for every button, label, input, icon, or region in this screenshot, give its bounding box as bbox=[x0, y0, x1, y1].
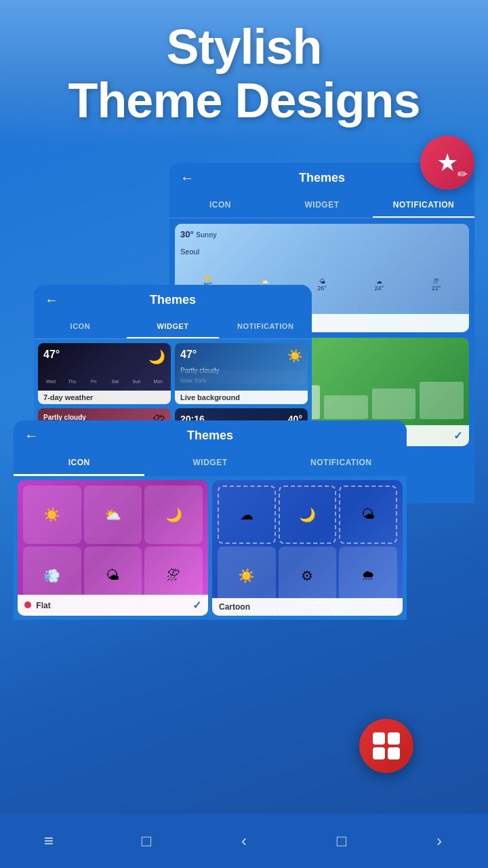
fab-button[interactable] bbox=[359, 719, 413, 773]
cartoon-icon-rain: 🌧 bbox=[339, 547, 397, 605]
fab-cell-3 bbox=[373, 747, 385, 760]
flat-icon-moon1: 🌙 bbox=[144, 486, 203, 544]
cartoon-icon-gear: ⚙ bbox=[279, 547, 337, 605]
tab-notification-back[interactable]: NOTIFICATION bbox=[373, 193, 474, 218]
thumb-sun-icon: ☀️ bbox=[287, 349, 302, 363]
nav-menu[interactable]: ≡ bbox=[28, 827, 69, 854]
cartoon-icon-partly: 🌤 bbox=[339, 486, 397, 544]
front-window-content: ☀️ ⛅ 🌙 💨 🌤 ⛈ 🌙 ⛅ 🌧 Flat ✓ bbox=[14, 476, 407, 620]
hero-section: Stylish Theme Designs bbox=[0, 20, 488, 127]
live-bg-card[interactable]: 47° ☀️ Partly cloudy New York Live backg… bbox=[175, 343, 308, 404]
star-badge[interactable]: ★ ✏ bbox=[420, 136, 474, 190]
nav-recent[interactable]: □ bbox=[321, 827, 362, 854]
mid-window-tabs: ICON WIDGET NOTIFICATION bbox=[34, 315, 312, 339]
front-window-tabs: ICON WIDGET NOTIFICATION bbox=[14, 451, 407, 476]
nav-home[interactable]: □ bbox=[126, 827, 167, 854]
mid-window-title: Themes bbox=[150, 293, 196, 307]
flat-red-dot bbox=[24, 601, 31, 608]
hourly-check: ✓ bbox=[453, 429, 462, 442]
back-window-title: Themes bbox=[299, 171, 345, 185]
cartoon-icon-cloud1: ☁ bbox=[218, 486, 276, 544]
thumb-temp-7day: 47° bbox=[43, 349, 60, 361]
cartoon-theme-label: Cartoon bbox=[219, 602, 250, 612]
tab-widget-mid[interactable]: WIDGET bbox=[127, 315, 220, 338]
tab-icon-mid[interactable]: ICON bbox=[34, 315, 127, 338]
flat-check: ✓ bbox=[192, 599, 201, 612]
cartoon-theme-label-bar: Cartoon bbox=[212, 598, 403, 616]
7day-dark-label: 7-day weather bbox=[38, 391, 171, 404]
front-window-title: Themes bbox=[187, 429, 233, 443]
windows-container: ← Themes ICON WIDGET NOTIFICATION 30° Su… bbox=[14, 163, 474, 807]
tab-widget-back[interactable]: WIDGET bbox=[271, 193, 373, 218]
cartoon-icon-grid: ☁ 🌙 🌤 ☀️ ⚙ 🌧 ☁ ⛈ 🌙 bbox=[212, 480, 403, 616]
back-button-mid[interactable]: ← bbox=[45, 292, 58, 308]
nav-forward[interactable]: › bbox=[419, 827, 460, 854]
pencil-icon: ✏ bbox=[458, 167, 468, 182]
nav-back[interactable]: ‹ bbox=[224, 827, 264, 854]
live-bg-label: Live background bbox=[175, 391, 308, 404]
thumb-moon-icon: 🌙 bbox=[148, 349, 165, 365]
tab-icon-front[interactable]: ICON bbox=[14, 451, 144, 476]
flat-theme-card[interactable]: ☀️ ⛅ 🌙 💨 🌤 ⛈ 🌙 ⛅ 🌧 Flat ✓ bbox=[18, 480, 208, 616]
cartoon-theme-card[interactable]: ☁ 🌙 🌤 ☀️ ⚙ 🌧 ☁ ⛈ 🌙 Cartoon bbox=[212, 480, 403, 616]
flat-icon-cloud1: ⛅ bbox=[84, 486, 142, 544]
thumb-temp-live: 47° bbox=[180, 349, 197, 361]
front-window-header: ← Themes bbox=[14, 420, 407, 451]
cartoon-icon-moon1: 🌙 bbox=[279, 486, 337, 544]
flat-theme-label: Flat bbox=[24, 601, 51, 610]
fab-cell-1 bbox=[373, 732, 385, 745]
star-icon: ★ bbox=[436, 149, 458, 177]
fab-cell-4 bbox=[388, 747, 400, 760]
tab-widget-front[interactable]: WIDGET bbox=[144, 451, 275, 476]
flat-theme-label-bar: Flat ✓ bbox=[18, 595, 208, 616]
hero-title: Stylish Theme Designs bbox=[0, 20, 488, 127]
fab-grid-icon bbox=[373, 732, 400, 760]
nav-bar: ≡ □ ‹ □ › bbox=[0, 814, 488, 868]
tab-notification-front[interactable]: NOTIFICATION bbox=[276, 451, 407, 476]
mid-window-header: ← Themes bbox=[34, 285, 312, 315]
back-button-front[interactable]: ← bbox=[24, 428, 38, 443]
tab-icon-back[interactable]: ICON bbox=[169, 193, 271, 218]
flat-icon-sun: ☀️ bbox=[23, 486, 81, 544]
back-window-tabs: ICON WIDGET NOTIFICATION bbox=[169, 193, 474, 218]
cartoon-icon-sun: ☀️ bbox=[218, 547, 276, 605]
7day-dark-card[interactable]: 47° 🌙 Wed Thu Fri Sat Sun Mon 7-day weat… bbox=[38, 343, 171, 404]
back-button-back[interactable]: ← bbox=[180, 170, 194, 186]
tab-notification-mid[interactable]: NOTIFICATION bbox=[219, 315, 312, 338]
window-front: ← Themes ICON WIDGET NOTIFICATION ☀️ ⛅ 🌙… bbox=[14, 420, 407, 620]
fab-cell-2 bbox=[388, 732, 400, 745]
